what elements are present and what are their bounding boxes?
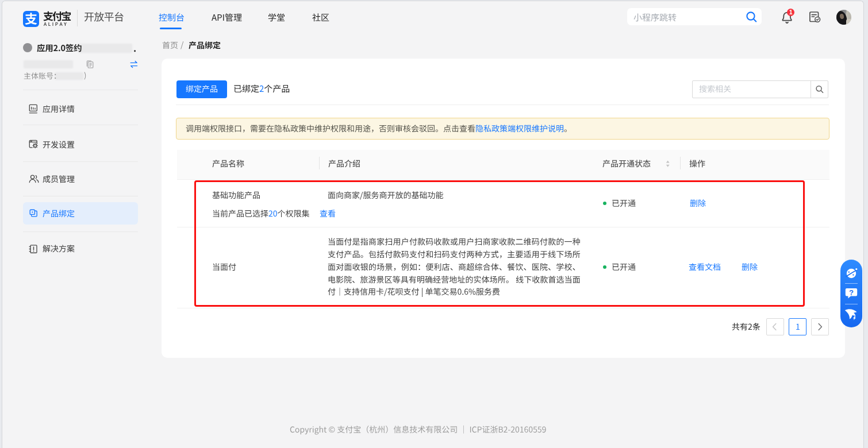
- svg-text:?: ?: [849, 288, 854, 297]
